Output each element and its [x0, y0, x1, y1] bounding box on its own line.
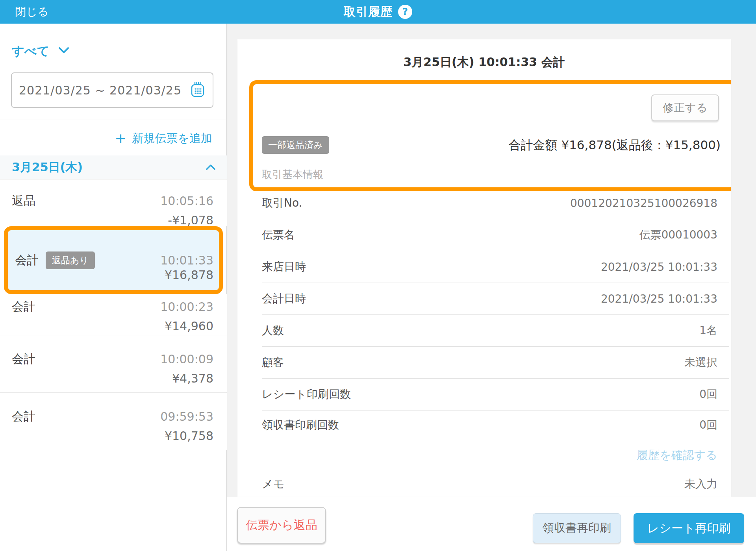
help-icon[interactable]: ?	[398, 5, 412, 19]
list-item-selected[interactable]: 会計 返品あり 10:01:33 ¥16,878	[8, 230, 219, 290]
chevron-up-icon	[206, 164, 216, 172]
row-value: 0回	[699, 418, 729, 433]
detail-title: 3月25日(木) 10:01:33 会計	[237, 54, 731, 70]
table-row: 取引No. 000120210325100026918	[262, 187, 729, 219]
list-item[interactable]: 会計 10:00:23 ¥14,960	[0, 294, 227, 335]
table-row: 人数 1名	[262, 315, 729, 347]
row-value: 0回	[699, 387, 729, 402]
page-title: 取引履歴	[344, 4, 393, 20]
row-label: 取引No.	[262, 196, 302, 211]
row-label: 人数	[262, 323, 284, 338]
transaction-amount: ¥4,378	[172, 372, 213, 385]
check-history-link[interactable]: 履歴を確認する	[637, 447, 729, 463]
chevron-down-icon	[58, 46, 70, 56]
date-group-header[interactable]: 3月25日(木)	[0, 155, 227, 179]
table-row: 顧客 未選択	[262, 347, 729, 379]
table-row: 来店日時 2021/03/25 10:01:33	[262, 251, 729, 283]
transaction-type: 会計	[12, 351, 35, 367]
list-item[interactable]: 会計 09:59:53 ¥10,758	[0, 393, 227, 450]
transaction-amount: ¥14,960	[165, 319, 213, 333]
transaction-amount: ¥10,758	[165, 429, 213, 443]
divider	[0, 120, 227, 120]
transaction-type: 会計	[15, 252, 39, 268]
return-exists-badge: 返品あり	[46, 251, 95, 269]
calendar-icon[interactable]	[191, 81, 205, 99]
transaction-list: 返品 10:05:16 -¥1,078	[0, 179, 227, 226]
register-receipt-reprint-button[interactable]: レシート再印刷	[634, 513, 744, 543]
transaction-time: 10:00:09	[160, 352, 213, 366]
section-label: 取引基本情報	[262, 168, 323, 181]
transaction-amount: -¥1,078	[168, 213, 213, 227]
transaction-type: 会計	[12, 299, 35, 315]
detail-table: 取引No. 000120210325100026918 伝票名 伝票000100…	[262, 187, 729, 497]
app-header: 閉じる 取引履歴 ?	[0, 0, 756, 24]
edit-button[interactable]: 修正する	[651, 94, 719, 121]
row-label: 伝票名	[262, 227, 295, 242]
transaction-time: 10:00:23	[160, 300, 213, 314]
date-range-value: 2021/03/25 ~ 2021/03/25	[19, 83, 191, 97]
table-row: 会計日時 2021/03/25 10:01:33	[262, 283, 729, 315]
history-link-row: 履歴を確認する	[262, 440, 729, 471]
transaction-sidebar: すべて 2021/03/25 ~ 2021/03/25 + 新規伝	[0, 24, 227, 551]
total-amount: 合計金額 ¥16,878(返品後：¥15,800)	[509, 137, 721, 153]
row-value: 未選択	[684, 355, 729, 370]
table-row: 伝票名 伝票00010003	[262, 219, 729, 251]
row-label: メモ	[262, 477, 284, 492]
plus-icon: +	[115, 131, 126, 146]
receipt-reprint-button[interactable]: 領収書再印刷	[533, 513, 621, 543]
date-range-input[interactable]: 2021/03/25 ~ 2021/03/25	[11, 72, 213, 108]
row-value: 000120210325100026918	[570, 197, 729, 210]
table-row: 領収書印刷回数 0回	[262, 410, 729, 440]
transaction-amount: ¥16,878	[165, 268, 213, 282]
filter-dropdown[interactable]: すべて	[12, 43, 70, 59]
summary-highlight: 修正する 一部返品済み 合計金額 ¥16,878(返品後：¥15,800) 取引…	[249, 80, 731, 191]
header-title-wrap: 取引履歴 ?	[0, 0, 756, 24]
transaction-type: 会計	[12, 409, 35, 425]
return-from-slip-button[interactable]: 伝票から返品	[237, 507, 326, 544]
transaction-time: 10:05:16	[160, 194, 213, 208]
row-value: 伝票00010003	[639, 227, 729, 242]
add-new-slip-label: 新規伝票を追加	[132, 131, 212, 146]
action-footer: 伝票から返品 領収書再印刷 レシート再印刷	[227, 497, 756, 551]
transaction-time: 09:59:53	[160, 410, 213, 423]
row-label: 来店日時	[262, 259, 306, 274]
add-new-slip-button[interactable]: + 新規伝票を追加	[115, 129, 212, 148]
detail-pane: 3月25日(木) 10:01:33 会計 修正する 一部返品済み 合計金額 ¥1…	[227, 24, 756, 551]
row-label: 領収書印刷回数	[262, 418, 339, 433]
memo-row: メモ 未入力	[262, 471, 729, 497]
row-label: レシート印刷回数	[262, 387, 351, 402]
row-value: 2021/03/25 10:01:33	[601, 292, 729, 305]
date-group-label: 3月25日(木)	[12, 159, 83, 176]
row-label: 顧客	[262, 355, 284, 370]
row-label: 会計日時	[262, 291, 306, 306]
transaction-detail-card: 3月25日(木) 10:01:33 会計 修正する 一部返品済み 合計金額 ¥1…	[237, 39, 731, 497]
list-item-return[interactable]: 返品 10:05:16 -¥1,078	[0, 179, 227, 226]
table-row: レシート印刷回数 0回	[262, 379, 729, 410]
partial-return-badge: 一部返品済み	[262, 136, 329, 154]
transaction-list-lower: 会計 10:00:23 ¥14,960 会計 10:00:09 ¥4,378 会…	[0, 294, 227, 450]
filter-label: すべて	[12, 43, 49, 59]
close-button[interactable]: 閉じる	[15, 0, 48, 24]
row-value: 2021/03/25 10:01:33	[601, 261, 729, 274]
row-value: 1名	[699, 323, 729, 338]
selected-item-highlight: 会計 返品あり 10:01:33 ¥16,878	[4, 226, 223, 294]
transaction-type: 返品	[12, 193, 35, 209]
row-value: 未入力	[684, 477, 729, 492]
list-item[interactable]: 会計 10:00:09 ¥4,378	[0, 335, 227, 393]
transaction-time: 10:01:33	[160, 253, 213, 267]
